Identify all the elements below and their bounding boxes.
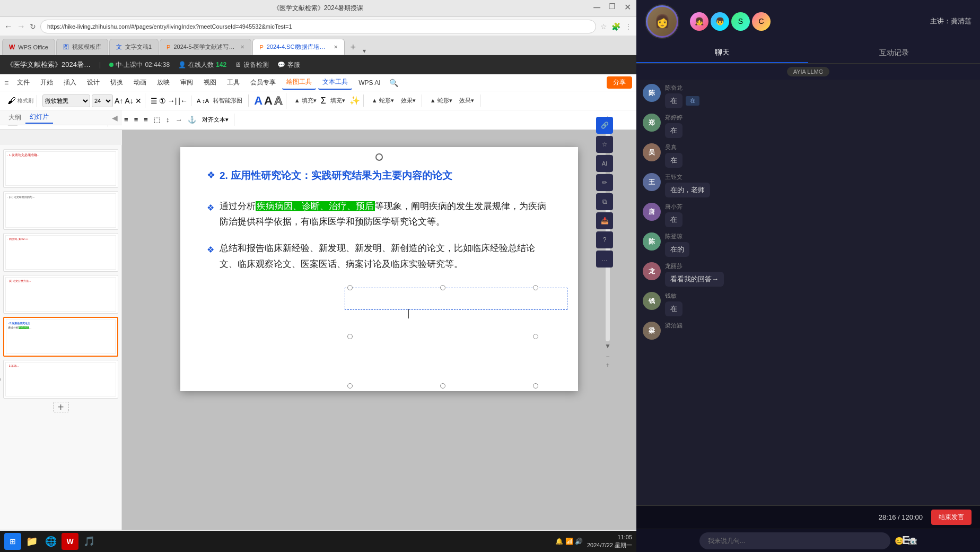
wordart-effect-btn[interactable]: 效果▾ [457, 96, 477, 106]
minimize-btn[interactable]: ─ [593, 2, 600, 13]
menu-icon[interactable]: ⋮ [625, 22, 632, 31]
slide-thumb-inner-7[interactable]: · 同义词, 如: M-▪▪▪ [3, 233, 118, 272]
close-btn[interactable]: ✕ [624, 2, 631, 13]
align-center-btn[interactable]: ≡ [122, 115, 130, 125]
menu-text-tools[interactable]: 文本工具 [318, 75, 352, 90]
outdent-btn[interactable]: |← [178, 97, 188, 105]
handle-bl[interactable] [347, 383, 353, 389]
forward-btn[interactable]: → [17, 22, 25, 31]
text-style-a2[interactable]: A [264, 94, 273, 108]
text-direction-btn[interactable]: ↕A [202, 98, 209, 104]
copy-btn[interactable]: ⧉ [596, 193, 613, 210]
menu-design[interactable]: 设计 [83, 76, 104, 89]
tab-doc[interactable]: 文 文字文稿1 [109, 39, 159, 55]
slide-thumb-7[interactable]: 7 · 同义词, 如: M-▪▪▪ [3, 233, 118, 272]
menu-insert[interactable]: 插入 [59, 76, 81, 89]
slide-thumb-9[interactable]: 9 · 2.应用性研究论文 通过分析疾病病因... [3, 317, 118, 357]
device-test-item[interactable]: 🖥 设备检测 [235, 61, 269, 70]
menu-animation[interactable]: 动画 [129, 76, 151, 89]
bookmark-icon[interactable]: ☆ [600, 22, 607, 31]
tab-template[interactable]: 图 视频模板库 [56, 39, 108, 55]
more-btn[interactable]: … [596, 251, 613, 268]
handle-tm[interactable] [440, 285, 445, 290]
tab-dropdown-btn[interactable]: ▾ [361, 47, 368, 55]
taskbar-browser[interactable]: 🌐 [42, 533, 59, 550]
shape-style-btn[interactable]: ▲ 蛇形▾ [369, 96, 397, 106]
art-effect-icon[interactable]: ✨ [349, 96, 360, 106]
font-size-select[interactable]: 24 [92, 94, 113, 107]
slide-thumb-inner-5[interactable]: · 1.发表论文必须准确... [3, 149, 118, 188]
taskbar-wps[interactable]: W [62, 533, 78, 550]
clear-format-btn[interactable]: ✕ [135, 97, 142, 105]
text-style-a3[interactable]: A [274, 94, 283, 108]
tab-close-pptx2[interactable]: ✕ [334, 44, 338, 50]
service-item[interactable]: 💬 客服 [277, 61, 300, 70]
add-slide-btn[interactable]: + [53, 402, 69, 412]
menu-view[interactable]: 视图 [199, 76, 221, 89]
menu-collapse-icon[interactable]: ≡ [4, 79, 8, 87]
chat-input[interactable] [699, 532, 890, 549]
font-decrease-btn[interactable]: A↓ [125, 97, 133, 105]
format-painter-icon[interactable]: 🖌 [7, 96, 16, 106]
indent2-btn[interactable]: → [173, 115, 184, 125]
handle-bm[interactable] [440, 383, 445, 389]
handle-tr[interactable] [533, 285, 538, 290]
wordart-fill-btn[interactable]: ▲ 蛇形▾ [427, 96, 455, 106]
start-btn[interactable]: ⊞ [4, 533, 21, 550]
align-justify-btn[interactable]: ≡ [142, 115, 150, 125]
font-increase-btn[interactable]: A↑ [115, 97, 123, 105]
smart-art-btn[interactable]: 转智能形图 [211, 96, 245, 106]
slide-title[interactable]: 2. 应用性研究论文：实践研究结果为主要内容的论文 [220, 168, 452, 184]
list-num-btn[interactable]: ① [159, 97, 166, 105]
col-layout-btn[interactable]: ⬚ [152, 115, 162, 125]
import-btn[interactable]: 📥 [596, 212, 613, 229]
chat-tab-btn[interactable]: 聊天 [636, 42, 808, 63]
bullet-1-text[interactable]: 通过分析疾病病因、诊断、治疗、预后等现象，阐明疾病的发生发展规律，为疾病防治提供… [220, 199, 552, 230]
rotate-handle[interactable] [375, 153, 383, 161]
collaboration-btn[interactable]: 🔗 [596, 130, 613, 134]
end-speech-btn[interactable]: 结束发言 [931, 510, 972, 525]
menu-home[interactable]: 开始 [36, 76, 57, 89]
tab-pptx1[interactable]: P 2024-5-医学文献述写作.pptx ✕ [160, 39, 251, 55]
url-input[interactable] [40, 20, 596, 33]
indent-btn[interactable]: →| [168, 97, 177, 105]
text-align-detail-btn[interactable]: 对齐文本▾ [200, 115, 231, 125]
menu-file[interactable]: 文件 [13, 76, 34, 89]
taskbar-tray[interactable]: 🔔 📶 🔊 [555, 538, 583, 545]
slide-thumb-10[interactable]: 10 · 3.基础... [3, 360, 118, 399]
refresh-btn[interactable]: ↻ [30, 22, 36, 31]
handle-br[interactable] [533, 383, 538, 389]
slide-thumb-5[interactable]: 5 · 1.发表论文必须准确... [3, 149, 118, 188]
new-tab-btn[interactable]: + [346, 40, 361, 55]
help-btn[interactable]: ? [596, 231, 613, 248]
slide-thumb-8[interactable]: 8 · (3) 论文分类方法... [3, 275, 118, 314]
bullet-2-text[interactable]: 总结和报告临床新经验、新发现、新发明、新创造的论文，比如临床经验总结论文、临床观… [220, 240, 552, 272]
star-btn[interactable]: ☆ [596, 136, 613, 153]
tab-wps[interactable]: W WPS Office [2, 39, 55, 55]
plus-zoom-btn[interactable]: + [606, 361, 609, 369]
ai-btn[interactable]: AI [596, 155, 613, 172]
tab-close-pptx1[interactable]: ✕ [240, 44, 244, 50]
menu-review[interactable]: 审阅 [176, 76, 197, 89]
menu-tools[interactable]: 工具 [223, 76, 244, 89]
tab-pptx2[interactable]: P 2024-4.SCI数据库培训课件.pptx ✕ [252, 39, 344, 55]
taskbar-media[interactable]: 🎵 [81, 533, 98, 550]
share-button[interactable]: 分享 [607, 76, 632, 89]
anchor-btn[interactable]: ⚓ [186, 115, 198, 125]
slide-thumb-inner-6[interactable]: · (二) 论文研究目的与... [3, 191, 118, 230]
add-slide-area[interactable]: + [3, 402, 118, 412]
search-icon[interactable]: 🔍 [389, 79, 398, 87]
interactive-tab-btn[interactable]: 互动记录 [808, 42, 980, 63]
back-btn[interactable]: ← [4, 22, 13, 31]
textbox-icon[interactable]: A [197, 98, 200, 104]
restore-btn[interactable]: ❐ [609, 2, 616, 13]
slide-thumb-inner-9[interactable]: · 2.应用性研究论文 通过分析疾病病因... [3, 317, 118, 357]
minus-zoom-btn[interactable]: − [606, 353, 609, 360]
fill2-btn[interactable]: 填充▾ [328, 96, 348, 106]
handle-mr[interactable] [533, 334, 538, 339]
edit-btn[interactable]: ✏ [596, 174, 613, 191]
handle-ml[interactable] [347, 334, 353, 339]
fill-btn[interactable]: ▲ 填充▾ [292, 96, 319, 106]
scroll-down-btn[interactable]: ▼ [605, 342, 611, 350]
list-btn[interactable]: ☰ [151, 97, 158, 105]
